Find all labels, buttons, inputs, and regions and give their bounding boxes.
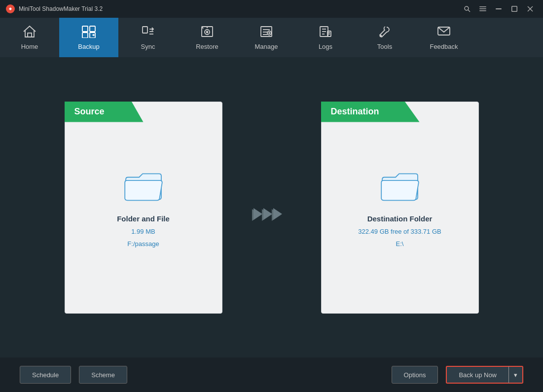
backup-label: Backup [78,43,99,50]
source-card[interactable]: Source Folder and File 1.99 MB F:/passag… [65,102,222,314]
scheme-button[interactable]: Scheme [79,366,127,384]
tools-icon [378,25,392,40]
svg-rect-5 [479,10,486,11]
app-logo [6,4,15,13]
destination-title: Destination Folder [367,214,433,223]
title-bar-controls [460,3,537,14]
source-header: Source [65,102,144,122]
logs-icon [319,25,332,40]
backup-now-button[interactable]: Back up Now [446,366,508,384]
backup-now-dropdown[interactable]: ▾ [508,366,523,384]
search-button[interactable] [460,3,474,14]
svg-marker-38 [253,208,262,220]
footer-right: Options Back up Now ▾ [392,366,523,384]
title-bar: MiniTool ShadowMaker Trial 3.2 [0,0,543,18]
tools-label: Tools [377,43,392,50]
restore-label: Restore [196,43,218,50]
backup-now-group: Back up Now ▾ [446,366,523,384]
source-folder-icon [121,168,166,205]
svg-rect-15 [143,27,147,33]
nav-item-home[interactable]: Home [0,18,59,57]
main-content: Source Folder and File 1.99 MB F:/passag… [0,57,543,357]
svg-marker-39 [263,208,272,220]
nav-item-logs[interactable]: Logs [296,18,355,57]
source-title: Folder and File [117,214,170,223]
title-bar-left: MiniTool ShadowMaker Trial 3.2 [6,4,103,13]
backup-icon [81,25,96,40]
app-title: MiniTool ShadowMaker Trial 3.2 [19,5,103,12]
footer-left: Schedule Scheme [20,366,127,384]
sync-icon [141,25,155,40]
manage-icon [259,25,273,40]
svg-rect-13 [82,33,88,38]
source-size: 1.99 MB [131,228,155,235]
svg-rect-3 [479,6,486,7]
feedback-label: Feedback [430,43,458,50]
source-path: F:/passage [127,240,159,248]
nav-item-restore[interactable]: Restore [178,18,237,57]
dropdown-arrow-icon: ▾ [514,371,517,379]
schedule-button[interactable]: Schedule [20,366,71,384]
svg-rect-6 [496,8,502,9]
svg-rect-12 [90,26,95,32]
nav-item-sync[interactable]: Sync [118,18,178,57]
nav-item-manage[interactable]: Manage [237,18,296,57]
svg-line-2 [468,10,470,12]
destination-folder-icon [378,168,422,205]
minimize-button[interactable] [492,3,506,14]
feedback-icon [437,25,451,40]
home-icon [23,25,36,40]
nav-item-tools[interactable]: Tools [355,18,414,57]
destination-free-space: 322.49 GB free of 333.71 GB [358,228,441,235]
close-button[interactable] [523,3,537,14]
arrows-indicator [252,205,291,230]
restore-icon [200,25,214,40]
manage-label: Manage [255,43,278,50]
svg-rect-4 [479,8,486,9]
home-label: Home [21,43,38,50]
svg-point-33 [380,35,382,36]
logs-label: Logs [319,43,332,50]
maximize-button[interactable] [507,3,521,14]
menu-button[interactable] [476,3,490,14]
svg-rect-10 [28,33,32,37]
nav-item-feedback[interactable]: Feedback [414,18,473,57]
svg-point-1 [465,6,469,10]
sync-label: Sync [141,43,155,50]
footer: Schedule Scheme Options Back up Now ▾ [0,357,543,392]
svg-marker-40 [273,208,282,220]
nav-item-backup[interactable]: Backup [59,18,118,57]
options-button[interactable]: Options [392,366,438,384]
nav-bar: Home Backup Sync [0,18,543,57]
svg-rect-7 [512,6,517,12]
destination-card[interactable]: Destination Destination Folder 322.49 GB… [321,102,479,314]
svg-point-18 [207,31,208,33]
svg-rect-11 [82,26,88,32]
destination-header: Destination [321,102,420,122]
destination-path: E:\ [396,240,404,248]
